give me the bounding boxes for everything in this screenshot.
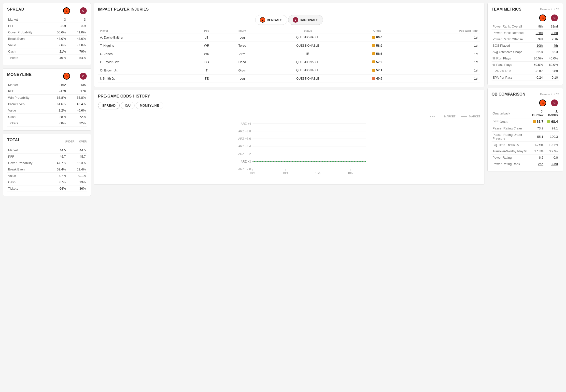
metrics-row: EPA Per Pass -0.24 0.10 — [492, 74, 559, 81]
moneyline-row: Tickets 68% 32% — [7, 120, 87, 126]
spread-bengals: 2.6% — [47, 42, 67, 48]
total-over: 52.3% — [67, 160, 87, 166]
metrics-cardinals: 32nd — [544, 30, 559, 36]
qb-cardinals-name: J. Dobbs — [544, 108, 559, 118]
injuries-card: IMPACT PLAYER INJURIES B BENGALS C CARDI… — [94, 3, 484, 87]
total-over: -0.1% — [67, 173, 87, 179]
player-war-rank: 1st — [401, 42, 480, 50]
metrics-cardinals: 4th — [544, 42, 559, 49]
ou-tab[interactable]: O/U — [121, 102, 135, 109]
bengals-tab[interactable]: B BENGALS — [255, 15, 287, 25]
total-section: TOTAL UNDER OVER Market 44.5 44.5 PFF 45… — [3, 134, 91, 196]
svg-text:ARZ +3: ARZ +3 — [241, 160, 251, 163]
svg-text:ARZ +4: ARZ +4 — [241, 122, 251, 126]
svg-text:10/5: 10/5 — [348, 171, 353, 174]
spread-tab[interactable]: SPREAD — [98, 102, 120, 109]
qb-cardinals-val: 3.27% — [544, 148, 559, 154]
qb-bengals-val: 1.18% — [529, 148, 544, 154]
total-under: -4.7% — [47, 173, 67, 179]
team-metrics-title: TEAM METRICS — [492, 7, 522, 12]
svg-text:ARZ +3.6: ARZ +3.6 — [238, 137, 251, 140]
left-column: SPREAD B C Market -3 3 PFF -3.9 3.9 Cove… — [3, 3, 94, 389]
metrics-cardinals: 0.10 — [544, 74, 559, 81]
metrics-bengals: 30.5% — [529, 55, 544, 62]
svg-text:ARZ +3.2: ARZ +3.2 — [238, 152, 251, 156]
player-status: QUESTIONABLE — [262, 42, 353, 50]
spread-label: Tickets — [7, 55, 47, 61]
player-injury: Head — [222, 58, 262, 66]
player-name: I. Smith Jr. — [98, 74, 191, 83]
spread-cardinals: 48.0% — [67, 36, 87, 42]
qb-label: Passer Rating Under Pressure — [492, 132, 529, 142]
cardinals-logo-moneyline: C — [80, 73, 87, 80]
injury-row: I. Smith Jr. TE Leg QUESTIONABLE 40.9 1s… — [98, 74, 480, 83]
col-grade: Grade — [353, 28, 401, 33]
spread-label: Market — [7, 16, 47, 23]
spread-label: Value — [7, 42, 47, 48]
injuries-title: IMPACT PLAYER INJURIES — [98, 7, 480, 12]
total-row: Cash 87% 13% — [7, 179, 87, 185]
player-pos: WR — [191, 42, 222, 50]
col-war: Pos WAR Rank — [401, 28, 480, 33]
injury-table: Player Pos Injury Status Grade Pos WAR R… — [98, 28, 480, 83]
moneyline-tab[interactable]: MONEYLINE — [136, 102, 163, 109]
injury-row: C. Taylor-Britt CB Head QUESTIONABLE 57.… — [98, 58, 480, 66]
player-name: C. Jones — [98, 50, 191, 58]
qb-table: Quarterback J. Burrow J. Dobbs PFF Grade… — [492, 108, 559, 167]
total-under: 44.5 — [47, 147, 67, 154]
qb-ranks-note: Ranks out of 32 — [540, 93, 559, 96]
moneyline-label: Value — [7, 107, 47, 114]
total-row: Cover Probability 47.7% 52.3% — [7, 160, 87, 166]
cardinals-tab[interactable]: C CARDINALS — [288, 15, 323, 25]
total-row: Market 44.5 44.5 — [7, 147, 87, 154]
total-row: Tickets 64% 36% — [7, 185, 87, 192]
spread-bengals: 48.0% — [47, 36, 67, 42]
total-row: PFF 45.7 45.7 — [7, 154, 87, 160]
legend-market: — — MARKET — [430, 115, 455, 118]
qb-label: Power Rating Rank — [492, 161, 529, 167]
metrics-label: EPA Per Run — [492, 68, 529, 74]
spread-bengals: -3 — [47, 16, 67, 23]
metrics-row: EPA Per Run -0.07 0.00 — [492, 68, 559, 74]
metrics-bengals: 22nd — [529, 30, 544, 36]
metrics-cardinals: 25th — [544, 36, 559, 42]
metrics-row: % Pass Plays 69.5% 60.0% — [492, 62, 559, 68]
spread-row: Market -3 3 — [7, 16, 87, 23]
metrics-label: Power Rank: Offense — [492, 36, 529, 42]
total-label: PFF — [7, 154, 47, 160]
metrics-bengals: -0.07 — [529, 68, 544, 74]
spread-bengals: 21% — [47, 48, 67, 55]
svg-text:ARZ +3.8: ARZ +3.8 — [238, 130, 251, 133]
player-war-rank: 1st — [401, 50, 480, 58]
spread-cardinals: -7.0% — [67, 42, 87, 48]
spread-bengals: 50.6% — [47, 29, 67, 36]
moneyline-bengals: 61.6% — [47, 101, 67, 107]
total-title: TOTAL — [7, 138, 20, 142]
moneyline-bengals: 2.2% — [47, 107, 67, 114]
metrics-cardinals: 60.0% — [544, 62, 559, 68]
qb-label: Quarterback — [492, 108, 529, 118]
qb-bengals-val: 1.76% — [529, 142, 544, 148]
player-pos: WR — [191, 50, 222, 58]
moneyline-bengals: -162 — [47, 82, 67, 88]
spread-row: Cover Probability 50.6% 41.0% — [7, 29, 87, 36]
player-war-rank: 1st — [401, 66, 480, 75]
moneyline-label: Market — [7, 82, 47, 88]
total-over: 36% — [67, 185, 87, 192]
moneyline-row: Cash 28% 72% — [7, 114, 87, 120]
qb-bengals-name: J. Burrow — [529, 108, 544, 118]
moneyline-bengals: 68% — [47, 120, 67, 126]
cardinals-logo-qb: C — [551, 99, 558, 106]
total-over: 44.5 — [67, 147, 87, 154]
metrics-table: Power Rank: Overall 9th 32nd Power Rank:… — [492, 23, 559, 81]
total-under: 64% — [47, 185, 67, 192]
spread-cardinals: 3 — [67, 16, 87, 23]
total-over: 52.4% — [67, 166, 87, 173]
qb-row: Power Rating 6.5 0.0 — [492, 154, 559, 161]
qb-bengals-val: 55.1 — [529, 132, 544, 142]
moneyline-row: Break Even 61.6% 42.4% — [7, 101, 87, 107]
total-label: Tickets — [7, 185, 47, 192]
moneyline-cardinals: 32% — [67, 120, 87, 126]
player-name: T. Higgins — [98, 42, 191, 50]
under-header: UNDER — [57, 140, 74, 143]
